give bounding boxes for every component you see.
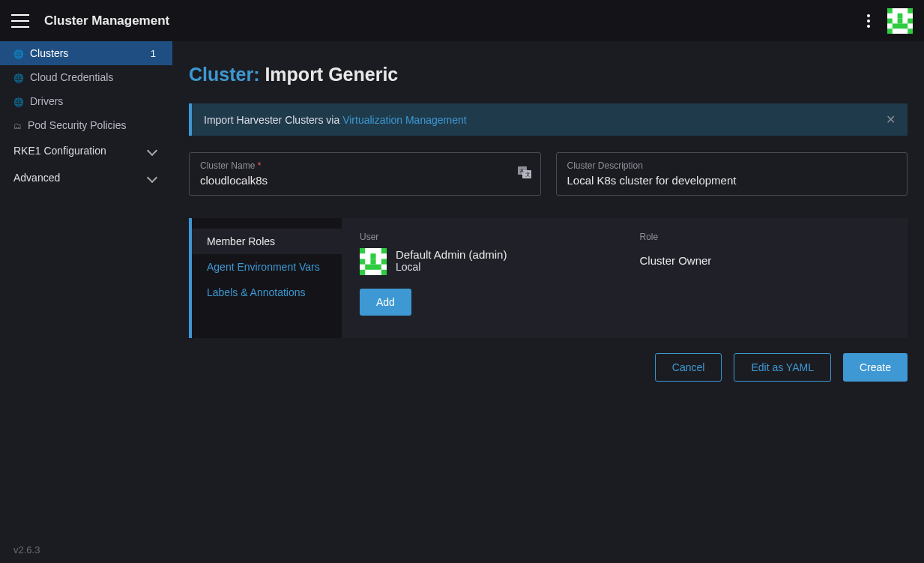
chevron-down-icon xyxy=(147,172,157,183)
cancel-button[interactable]: Cancel xyxy=(655,353,722,382)
svg-rect-22 xyxy=(360,270,365,275)
svg-rect-16 xyxy=(381,248,387,253)
sidebar: Clusters 1 Cloud Credentials Drivers Pod… xyxy=(0,41,172,563)
banner-text: Import Harvester Clusters via xyxy=(204,114,342,126)
sidebar-item-clusters[interactable]: Clusters 1 xyxy=(0,41,172,65)
svg-rect-2 xyxy=(908,8,913,13)
globe-icon xyxy=(13,71,24,83)
add-member-button[interactable]: Add xyxy=(360,289,411,316)
sidebar-item-label: Drivers xyxy=(30,95,63,107)
svg-rect-20 xyxy=(381,259,387,264)
tab-content-member-roles: User Default Admin (admin) Local Add xyxy=(342,218,908,338)
svg-rect-18 xyxy=(360,259,365,264)
sidebar-item-label: Clusters xyxy=(30,47,68,59)
kebab-menu-icon[interactable] xyxy=(861,8,876,34)
close-icon[interactable]: ✕ xyxy=(886,112,896,127)
page-title-prefix: Cluster: xyxy=(189,64,259,85)
role-column-header: Role xyxy=(640,232,890,242)
svg-text:文: 文 xyxy=(525,172,531,177)
sidebar-item-cloud-credentials[interactable]: Cloud Credentials xyxy=(0,65,172,89)
cluster-name-label: Cluster Name * xyxy=(200,160,530,171)
svg-rect-3 xyxy=(898,13,903,18)
sidebar-item-label: Cloud Credentials xyxy=(30,71,113,83)
folder-icon xyxy=(13,119,22,131)
config-panel: Member Roles Agent Environment Vars Labe… xyxy=(189,218,908,338)
translate-icon[interactable]: A文 xyxy=(518,166,531,181)
cluster-description-input[interactable] xyxy=(567,174,897,187)
member-role-value: Cluster Owner xyxy=(640,254,890,267)
svg-rect-9 xyxy=(908,28,913,34)
globe-icon xyxy=(13,47,24,59)
page-title: Cluster: Import Generic xyxy=(189,64,908,85)
sidebar-item-label: Pod Security Policies xyxy=(28,119,127,131)
cluster-name-field-wrap: Cluster Name * A文 xyxy=(189,152,541,196)
sidebar-badge: 1 xyxy=(151,48,159,59)
svg-rect-15 xyxy=(360,248,365,253)
version-label: v2.6.3 xyxy=(0,537,172,563)
user-column-header: User xyxy=(360,232,610,242)
svg-rect-4 xyxy=(887,18,893,23)
cluster-description-label: Cluster Description xyxy=(567,160,897,171)
sidebar-group-rke1[interactable]: RKE1 Configuration xyxy=(0,137,172,164)
page-title-main: Import Generic xyxy=(265,64,398,85)
menu-icon[interactable] xyxy=(11,14,29,28)
info-banner: Import Harvester Clusters via Virtualiza… xyxy=(189,103,908,136)
svg-rect-1 xyxy=(887,8,893,13)
main-content: Cluster: Import Generic Import Harvester… xyxy=(172,41,924,563)
topbar: Cluster Management xyxy=(0,0,924,41)
virtualization-management-link[interactable]: Virtualization Management xyxy=(342,114,467,126)
tab-labels-annotations[interactable]: Labels & Annotations xyxy=(192,280,342,305)
user-avatar xyxy=(360,248,387,275)
svg-rect-17 xyxy=(370,253,375,259)
svg-rect-19 xyxy=(370,259,375,264)
config-tabs: Member Roles Agent Environment Vars Labe… xyxy=(192,218,342,338)
tab-member-roles[interactable]: Member Roles xyxy=(192,229,342,254)
svg-rect-6 xyxy=(908,18,913,23)
sidebar-group-advanced[interactable]: Advanced xyxy=(0,164,172,191)
footer-actions: Cancel Edit as YAML Create xyxy=(189,353,908,382)
svg-rect-8 xyxy=(887,28,893,34)
cluster-name-input[interactable] xyxy=(200,174,530,187)
svg-rect-5 xyxy=(898,18,903,23)
member-user-name: Default Admin (admin) xyxy=(396,248,507,261)
globe-icon xyxy=(13,95,24,107)
sidebar-group-label: RKE1 Configuration xyxy=(13,145,106,157)
cluster-description-field-wrap: Cluster Description xyxy=(556,152,908,196)
create-button[interactable]: Create xyxy=(843,353,908,382)
svg-rect-23 xyxy=(381,270,387,275)
chevron-down-icon xyxy=(147,145,157,156)
avatar[interactable] xyxy=(887,8,913,34)
tab-agent-env-vars[interactable]: Agent Environment Vars xyxy=(192,254,342,280)
sidebar-item-drivers[interactable]: Drivers xyxy=(0,89,172,113)
svg-rect-21 xyxy=(365,265,381,270)
svg-rect-7 xyxy=(893,23,908,28)
svg-text:A: A xyxy=(520,168,524,173)
sidebar-item-pod-security-policies[interactable]: Pod Security Policies xyxy=(0,113,172,137)
member-user-source: Local xyxy=(396,261,507,273)
app-title: Cluster Management xyxy=(44,13,169,28)
edit-yaml-button[interactable]: Edit as YAML xyxy=(734,353,831,382)
sidebar-group-label: Advanced xyxy=(13,172,60,184)
